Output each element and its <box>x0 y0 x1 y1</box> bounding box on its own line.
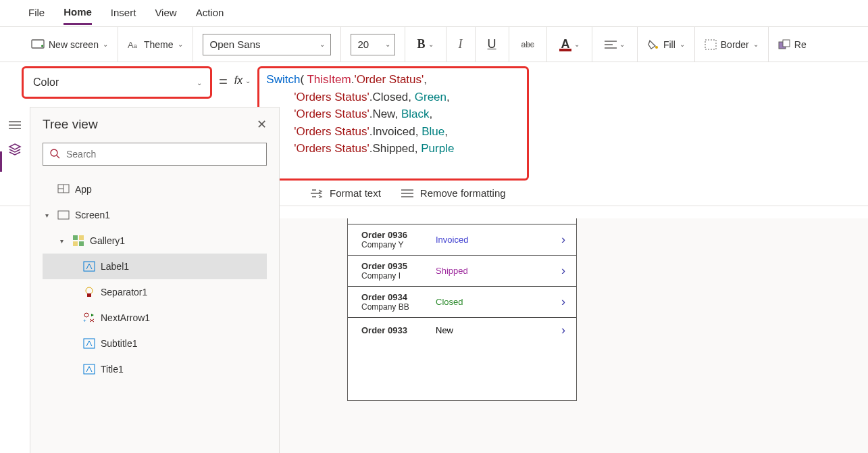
chevron-right-icon[interactable]: › <box>561 295 565 309</box>
chevron-right-icon[interactable]: › <box>561 233 565 247</box>
chevron-down-icon: ⌄ <box>178 41 183 48</box>
format-text-label: Format text <box>330 187 381 199</box>
theme-label: Theme <box>144 39 174 50</box>
strikethrough-button[interactable]: abc <box>519 40 537 49</box>
chevron-down-icon: ⌄ <box>619 41 625 48</box>
tree-item-app[interactable]: App <box>43 176 267 202</box>
remove-formatting-label: Remove formatting <box>420 187 506 199</box>
left-rail <box>0 107 30 156</box>
tree-item-gallery1[interactable]: ▾ Gallery1 <box>43 228 267 254</box>
separator-icon <box>83 286 95 298</box>
underline-button[interactable]: U <box>485 37 499 51</box>
chevron-down-icon: ⌄ <box>574 41 580 48</box>
fill-button[interactable]: Fill ⌄ <box>647 39 685 51</box>
font-size-value: 20 <box>358 39 369 50</box>
new-screen-button[interactable]: New screen ⌄ <box>31 39 108 50</box>
list-item[interactable]: Order 0934Company BBClosed› <box>348 286 576 317</box>
svg-rect-11 <box>79 235 84 240</box>
chevron-down-icon: ⌄ <box>245 77 251 85</box>
canvas: Order 0936Company YInvoiced›Order 0935Co… <box>280 218 868 453</box>
remove-formatting-icon <box>401 189 413 198</box>
order-company: Company BB <box>361 302 436 312</box>
tree-item-separator1[interactable]: Separator1 <box>43 279 267 305</box>
chevron-down-icon: ⌄ <box>385 41 390 48</box>
order-status: Shipped <box>436 266 561 276</box>
chevron-down-icon: ⌄ <box>428 41 434 48</box>
tree-label: Label1 <box>101 261 129 272</box>
order-status: Invoiced <box>436 235 561 245</box>
tree-item-nextarrow1[interactable]: + NextArrow1 <box>43 305 267 331</box>
gallery-icon <box>72 235 84 247</box>
tree-label: App <box>75 184 92 195</box>
tree-item-screen1[interactable]: ▾ Screen1 <box>43 202 267 228</box>
border-button[interactable]: Border ⌄ <box>705 39 759 50</box>
theme-icon: Aa <box>128 39 140 50</box>
svg-rect-10 <box>73 235 78 240</box>
tree-label: Screen1 <box>75 210 110 220</box>
order-title: Order 0936 <box>361 230 436 240</box>
menu-action[interactable]: Action <box>196 7 224 24</box>
caret-down-icon: ▾ <box>45 212 52 219</box>
order-status: Closed <box>436 297 561 307</box>
order-title: Order 0934 <box>361 292 436 302</box>
order-title: Order 0933 <box>361 325 436 335</box>
chevron-down-icon: ⌄ <box>197 79 202 87</box>
font-family-select[interactable]: Open Sans ⌄ <box>203 34 331 55</box>
list-item[interactable]: Order 0935Company IShipped› <box>348 255 576 286</box>
svg-rect-6 <box>783 40 790 47</box>
format-text-icon <box>311 189 323 198</box>
border-icon <box>705 39 717 50</box>
tree-item-subtitle1[interactable]: Subtitle1 <box>43 331 267 356</box>
italic-button[interactable]: I <box>456 37 465 51</box>
font-family-value: Open Sans <box>210 39 261 50</box>
menu-insert[interactable]: Insert <box>111 7 136 24</box>
reorder-label: Re <box>794 39 807 50</box>
svg-rect-13 <box>79 241 84 246</box>
tree-search[interactable] <box>43 143 267 166</box>
remove-formatting-button[interactable]: Remove formatting <box>401 187 506 199</box>
equals-label: = <box>219 66 228 91</box>
hamburger-icon[interactable] <box>9 120 21 130</box>
fx-icon: fx <box>234 74 242 87</box>
chevron-down-icon: ⌄ <box>320 41 325 48</box>
layers-icon[interactable] <box>8 143 22 156</box>
tree-label: NextArrow1 <box>101 312 150 323</box>
menu-view[interactable]: View <box>155 7 176 24</box>
chevron-down-icon: ⌄ <box>103 41 108 48</box>
tree-label: Separator1 <box>101 287 147 297</box>
chevron-right-icon[interactable]: › <box>561 323 565 337</box>
new-screen-label: New screen <box>49 39 99 50</box>
menu-file[interactable]: File <box>28 7 45 24</box>
align-icon <box>605 40 617 49</box>
font-color-button[interactable]: A ⌄ <box>557 38 582 51</box>
app-icon <box>57 183 70 195</box>
order-status: New <box>436 325 561 335</box>
bold-button[interactable]: B⌄ <box>415 37 436 51</box>
svg-rect-16 <box>87 293 91 297</box>
formula-input[interactable]: Switch( ThisItem.'Order Status', 'Orders… <box>257 66 529 181</box>
svg-rect-12 <box>73 241 78 246</box>
font-size-select[interactable]: 20 ⌄ <box>351 34 395 55</box>
list-item[interactable]: Order 0936Company YInvoiced› <box>348 224 576 255</box>
reorder-button[interactable]: Re <box>778 39 807 50</box>
list-item[interactable]: Order 0933New› <box>348 317 576 343</box>
border-label: Border <box>721 39 749 50</box>
svg-rect-4 <box>705 40 716 49</box>
chevron-right-icon[interactable]: › <box>561 264 565 278</box>
order-company: Company I <box>361 271 436 281</box>
svg-text:a: a <box>134 43 137 49</box>
property-value: Color <box>33 76 59 89</box>
close-icon[interactable]: ✕ <box>257 117 267 132</box>
tree-item-label1[interactable]: Label1 <box>43 254 267 279</box>
align-button[interactable]: ⌄ <box>602 40 628 49</box>
property-select[interactable]: Color ⌄ <box>22 66 212 99</box>
gallery-preview: Order 0936Company YInvoiced›Order 0935Co… <box>347 218 577 401</box>
menu-home[interactable]: Home <box>63 6 92 25</box>
search-input[interactable] <box>66 149 259 160</box>
tree-label: Title1 <box>101 364 124 375</box>
fx-button[interactable]: fx ⌄ <box>234 66 251 87</box>
nextarrow-icon: + <box>83 312 95 324</box>
format-text-button[interactable]: Format text <box>311 187 381 199</box>
tree-item-title1[interactable]: Title1 <box>43 356 267 382</box>
theme-button[interactable]: Aa Theme ⌄ <box>128 39 183 50</box>
